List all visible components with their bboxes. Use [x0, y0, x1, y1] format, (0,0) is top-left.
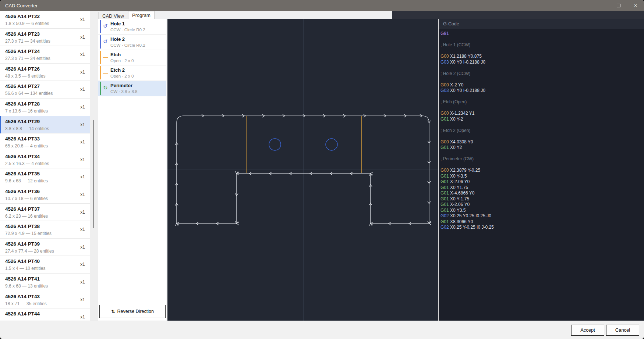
part-quantity: x1 — [80, 262, 85, 267]
part-list-item[interactable]: 4526 A14 PT2756.6 x 64 — 134 entitiesx1 — [0, 81, 90, 99]
gcode-line: G01 X8.3066 Y0 — [440, 219, 644, 225]
operation-color-bar — [100, 82, 101, 95]
operation-item[interactable]: ↺Hole 1CCW · Circle R0.2 — [98, 19, 166, 35]
part-list-item[interactable]: 4526 A14 PT2327.3 x 71 — 34 entitiesx1 — [0, 29, 90, 46]
part-name: 4526 A14 PT35 — [5, 171, 85, 177]
part-list-item[interactable]: 4526 A14 PT359.6 x 68 — 12 entitiesx1 — [0, 168, 90, 186]
part-name: 4526 A14 PT39 — [5, 241, 85, 247]
topstrip-dark — [392, 11, 644, 19]
part-list-item[interactable]: 4526 A14 PT376.2 x 23 — 16 entitiesx1 — [0, 204, 90, 221]
reverse-direction-label: Reverse Direction — [117, 309, 154, 314]
gcode-line: G01 X0 Y-2 — [440, 117, 644, 122]
maximize-button[interactable] — [610, 0, 627, 11]
operation-item[interactable]: ↻PerimeterCW · 3.8 x 8.8 — [98, 81, 166, 96]
hole-circle-1 — [269, 139, 281, 150]
part-quantity: x1 — [80, 192, 85, 197]
perimeter-path — [177, 116, 429, 224]
part-meta: 6.2 x 23 — 16 entities — [5, 214, 85, 219]
gcode-line: G01 X-2.06 Y0 — [440, 179, 644, 185]
part-quantity: x1 — [80, 297, 85, 302]
perimeter-corners — [177, 116, 429, 123]
part-quantity: x1 — [80, 210, 85, 215]
parts-scrollbar-thumb[interactable] — [93, 120, 94, 228]
part-name: 4526 A14 PT43 — [5, 293, 85, 300]
part-meta: 27.3 x 71 — 34 entities — [5, 56, 85, 61]
dialog-footer: Accept Cancel — [0, 321, 644, 339]
operation-title: Etch 2 — [110, 67, 164, 73]
cad-viewport[interactable] — [167, 19, 438, 321]
part-list-item[interactable]: 4526 A14 PT4318 x 71 — 35 entitiesx1 — [0, 291, 90, 309]
cancel-button[interactable]: Cancel — [606, 325, 639, 336]
part-name: 4526 A14 PT24 — [5, 48, 85, 54]
part-name: 4526 A14 PT40 — [5, 258, 85, 264]
part-quantity: x1 — [80, 314, 85, 320]
gcode-line — [440, 76, 644, 82]
part-meta: 9.6 x 68 — 13 entities — [5, 283, 85, 289]
part-quantity: x1 — [80, 139, 85, 144]
gcode-text: G91 ; Hole 1 (CCW) G00 X1.2188 Y0.875G03… — [439, 29, 644, 321]
part-list-item[interactable]: 4526 A14 PT287 x 13.6 — 16 entitiesx1 — [0, 99, 90, 116]
part-list-item[interactable]: 4526 A14 PT3365 x 20.6 — 4 entitiesx1 — [0, 133, 90, 151]
gcode-line — [440, 94, 644, 100]
tab-cad-view[interactable]: CAD View — [98, 12, 128, 19]
part-name: 4526 A14 PT41 — [5, 276, 85, 282]
part-list-item[interactable]: 4526 A14 PT3872.9 x 4.9 — 15 entitiesx1 — [0, 221, 90, 239]
operation-subtitle: CW · 3.8 x 8.8 — [110, 89, 164, 94]
part-quantity: x1 — [80, 157, 85, 162]
operation-item[interactable]: Etch 2Open · 2 x 0 — [98, 65, 166, 81]
part-meta: 27.3 x 71 — 34 entities — [5, 39, 85, 44]
part-list-item[interactable]: 4526 A14 PT2427.3 x 71 — 34 entitiesx1 — [0, 46, 90, 64]
part-quantity: x1 — [80, 52, 85, 57]
cw-arrow-icon: ↻ — [103, 85, 108, 90]
part-meta: 48 x 3.5 — 6 entities — [5, 74, 85, 79]
gcode-header: G-Code — [439, 19, 644, 29]
gcode-line: G91 — [440, 31, 644, 37]
part-list-item[interactable]: 4526 A14 PT401.5 x 4 — 10 entitiesx1 — [0, 256, 90, 274]
part-quantity: x1 — [80, 279, 85, 285]
part-list-item[interactable]: 4526 A14 PT293.8 x 8.8 — 14 entitiesx1 — [0, 116, 90, 134]
operation-title: Perimeter — [110, 83, 164, 88]
gcode-line: G02 X0.25 Y-0.25 I0 J-0.25 — [440, 225, 644, 231]
line-icon — [103, 73, 108, 74]
gcode-line: G00 X2.3879 Y-0.25 — [440, 168, 644, 174]
part-list-item[interactable]: 4526 A14 PT44x1 — [0, 308, 90, 321]
part-quantity: x1 — [80, 35, 85, 40]
app-window: CAD Converter × 4526 A14 PT221.8 x 50.9 … — [0, 0, 644, 339]
gcode-line: ; Etch 2 (Open) — [440, 128, 644, 134]
gcode-line: G00 X-1.2342 Y1 — [440, 111, 644, 117]
part-name: 4526 A14 PT22 — [5, 13, 85, 19]
operation-item[interactable]: ↺Hole 2CCW · Circle R0.2 — [98, 35, 166, 50]
gcode-line — [440, 133, 644, 139]
part-meta: 27.4 x 77.4 — 28 entities — [5, 249, 85, 254]
accept-button[interactable]: Accept — [571, 325, 604, 336]
gcode-line — [440, 162, 644, 168]
view-tabstrip: CAD ViewProgram — [98, 11, 392, 19]
part-meta: 1.8 x 50.9 — 6 entities — [5, 21, 85, 26]
part-list-item[interactable]: 4526 A14 PT342.5 x 16.3 — 4 entitiesx1 — [0, 151, 90, 169]
tab-program[interactable]: Program — [128, 11, 155, 19]
part-name: 4526 A14 PT27 — [5, 83, 85, 89]
parts-list: 4526 A14 PT221.8 x 50.9 — 6 entitiesx145… — [0, 11, 90, 321]
gcode-line: G00 X-2 Y0 — [440, 82, 644, 88]
part-meta: 1.5 x 4 — 10 entities — [5, 266, 85, 271]
gcode-line — [440, 48, 644, 54]
gcode-line: G01 X0 Y-3.5 — [440, 174, 644, 179]
part-list-item[interactable]: 4526 A14 PT3927.4 x 77.4 — 28 entitiesx1 — [0, 239, 90, 256]
part-list-item[interactable]: 4526 A14 PT2648 x 3.5 — 6 entitiesx1 — [0, 64, 90, 81]
reverse-direction-button[interactable]: ⇅ Reverse Direction — [99, 305, 166, 318]
gcode-line: G03 X0 Y0 I-0.2188 J0 — [440, 88, 644, 94]
titlebar[interactable]: CAD Converter × — [0, 0, 644, 11]
parts-scrollbar[interactable] — [90, 11, 98, 321]
close-button[interactable]: × — [627, 0, 644, 11]
part-list-item[interactable]: 4526 A14 PT3610.7 x 18 — 6 entitiesx1 — [0, 186, 90, 204]
part-quantity: x1 — [80, 69, 85, 75]
ccw-arrow-icon: ↺ — [103, 39, 108, 44]
part-list-item[interactable]: 4526 A14 PT419.6 x 68 — 13 entitiesx1 — [0, 274, 90, 291]
gcode-line: G01 X-2.06 Y0 — [440, 202, 644, 208]
part-meta: 9.6 x 68 — 12 entities — [5, 178, 85, 183]
operation-item[interactable]: EtchOpen · 2 x 0 — [98, 50, 166, 65]
part-name: 4526 A14 PT29 — [5, 118, 85, 125]
operations-list: ↺Hole 1CCW · Circle R0.2↺Hole 2CCW · Cir… — [98, 19, 166, 321]
part-list-item[interactable]: 4526 A14 PT221.8 x 50.9 — 6 entitiesx1 — [0, 11, 90, 29]
operation-title: Hole 2 — [110, 36, 164, 42]
